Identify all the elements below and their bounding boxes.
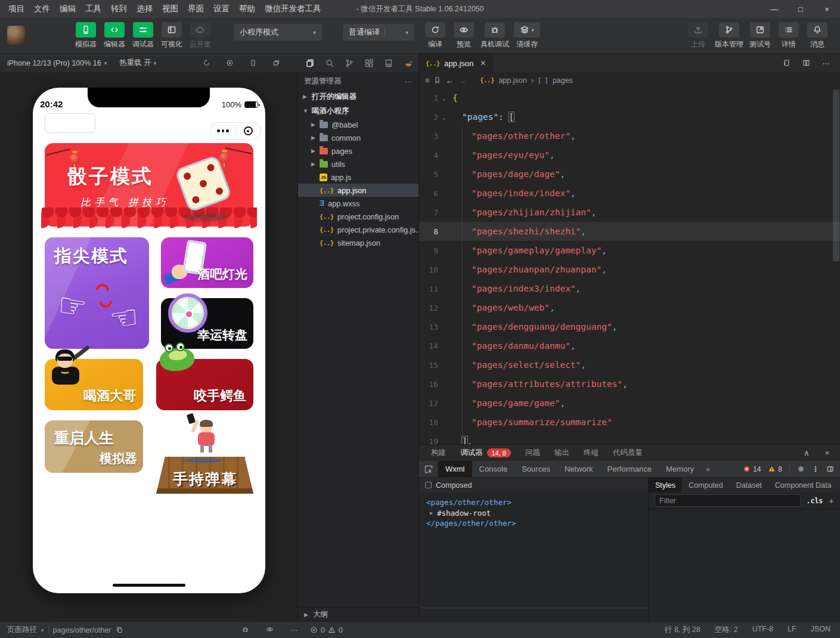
menu-icon[interactable]: ≡ bbox=[425, 76, 429, 85]
code-line[interactable]: 3"pages/other/other", bbox=[419, 126, 840, 145]
toolbar-button-详情[interactable]: 详情 bbox=[774, 22, 803, 49]
npm-icon[interactable] bbox=[404, 58, 413, 68]
menu-item-设置[interactable]: 设置 bbox=[209, 0, 234, 18]
banner-dice-mode[interactable]: 骰子模式 比手气 拼技巧 bbox=[45, 143, 253, 227]
run-file-icon[interactable] bbox=[783, 59, 791, 68]
toolbar-button-版本管理[interactable]: 版本管理 bbox=[712, 22, 746, 49]
record-icon[interactable] bbox=[226, 59, 234, 67]
wxml-open-tag[interactable]: <pages/other/other> bbox=[426, 497, 648, 508]
file-row-app.js[interactable]: JSapp.js bbox=[298, 171, 419, 184]
debugger-tab-构建[interactable]: 构建 bbox=[431, 448, 446, 458]
toolbar-button-可视化[interactable]: 可视化 bbox=[157, 22, 186, 49]
preview-toggle-icon[interactable] bbox=[266, 625, 274, 634]
code-line[interactable]: 8"pages/shezhi/shezhi", bbox=[419, 222, 840, 241]
devtools-tab-Memory[interactable]: Memory bbox=[659, 461, 701, 477]
collapse-panel-icon[interactable]: ∧ bbox=[804, 448, 810, 457]
styles-tab-Component Data[interactable]: Component Data bbox=[768, 478, 838, 493]
device-select[interactable]: iPhone 12/13 (Pro) 100% 16▾ bbox=[0, 59, 107, 67]
back-icon[interactable]: ← bbox=[445, 76, 454, 85]
debugger-tab-调试器[interactable]: 调试器14, 8 bbox=[460, 448, 511, 458]
code-line[interactable]: 9"pages/gameplay/gameplay", bbox=[419, 241, 840, 260]
breadcrumb-file[interactable]: app.json bbox=[498, 76, 526, 85]
editor-file-icon[interactable] bbox=[384, 58, 393, 68]
code-line[interactable]: 4"pages/eyu/eyu", bbox=[419, 145, 840, 165]
problems-indicator[interactable]: 0 0 bbox=[310, 626, 343, 634]
fold-icon[interactable]: ⌄ bbox=[438, 95, 450, 101]
menu-item-界面[interactable]: 界面 bbox=[183, 0, 209, 18]
file-row-sitemap.json[interactable]: {..}sitemap.json bbox=[298, 236, 419, 249]
maximize-button[interactable]: □ bbox=[788, 0, 814, 18]
add-style-icon[interactable]: + bbox=[829, 495, 834, 506]
file-row-utils[interactable]: ▶utils bbox=[298, 157, 419, 171]
devtools-tab-Wxml[interactable]: Wxml bbox=[438, 461, 472, 477]
menu-item-文件[interactable]: 文件 bbox=[29, 0, 55, 18]
code-line[interactable]: 19], bbox=[419, 432, 840, 444]
code-line[interactable]: 15"pages/select/select", bbox=[419, 355, 840, 374]
toolbar-button-模拟器[interactable]: 模拟器 bbox=[72, 22, 100, 49]
more-tabs-icon[interactable]: » bbox=[701, 464, 715, 473]
page-path-value[interactable]: pages/other/other bbox=[53, 626, 111, 634]
encoding-setting[interactable]: UTF-8 bbox=[752, 625, 773, 635]
gear-icon[interactable] bbox=[797, 465, 805, 473]
code-line[interactable]: 6"pages/index/index", bbox=[419, 184, 840, 203]
indentation-setting[interactable]: 空格: 2 bbox=[715, 625, 738, 635]
eol-setting[interactable]: LF bbox=[788, 625, 796, 635]
tile-biting-crocodile[interactable]: 咬手鳄鱼 bbox=[156, 359, 253, 410]
menu-item-帮助[interactable]: 帮助 bbox=[234, 0, 260, 18]
wxml-close-tag[interactable]: </pages/other/other> bbox=[426, 518, 648, 529]
tile-restart-life[interactable]: 重启人生 模拟器 bbox=[45, 420, 143, 473]
cursor-position[interactable]: 行 8, 列 28 bbox=[665, 625, 700, 635]
code-line[interactable]: 10"pages/zhuanpan/zhuanpan", bbox=[419, 260, 840, 279]
toolbar-button-上传[interactable]: 上传 bbox=[684, 22, 712, 49]
more-actions-icon[interactable]: ⋯ bbox=[822, 59, 830, 68]
files-icon[interactable] bbox=[305, 58, 315, 68]
file-row-project.config.json[interactable]: {..}project.config.json bbox=[298, 210, 419, 223]
fold-icon[interactable]: ⌄ bbox=[438, 114, 450, 120]
style-filter-input[interactable] bbox=[655, 494, 801, 507]
more-actions-icon[interactable]: ⋯ bbox=[290, 625, 299, 634]
code-line[interactable]: 12"pages/web/web", bbox=[419, 298, 840, 317]
mode-select[interactable]: 小程序模式▾ bbox=[234, 24, 322, 41]
nav-placeholder[interactable] bbox=[45, 113, 95, 133]
menu-item-编辑[interactable]: 编辑 bbox=[55, 0, 80, 18]
file-row-project.private.config.js...[interactable]: {..}project.private.config.js... bbox=[298, 223, 419, 236]
code-line[interactable]: 2⌄"pages": [ bbox=[419, 107, 840, 126]
page-path-label[interactable]: 页面路径 bbox=[7, 625, 37, 635]
debugger-tab-终端[interactable]: 终端 bbox=[584, 448, 599, 458]
debugger-tab-问题[interactable]: 问题 bbox=[525, 448, 540, 458]
composed-checkbox[interactable] bbox=[425, 482, 432, 488]
close-button[interactable]: × bbox=[814, 0, 840, 18]
section-open-editors[interactable]: ▶ 打开的编辑器 bbox=[298, 89, 419, 104]
tile-lucky-wheel[interactable]: 幸运转盘 bbox=[161, 298, 253, 349]
code-line[interactable]: 7"pages/zhijian/zhijian", bbox=[419, 203, 840, 222]
devtools-tab-Sources[interactable]: Sources bbox=[514, 461, 557, 477]
hot-reload-toggle[interactable]: 热重载 开▾ bbox=[119, 58, 156, 68]
forward-icon[interactable]: → bbox=[458, 76, 466, 85]
file-row-common[interactable]: ▶common bbox=[298, 131, 419, 144]
float-window-icon[interactable] bbox=[272, 59, 280, 67]
close-panel-icon[interactable]: × bbox=[824, 448, 829, 457]
portrait-icon[interactable] bbox=[249, 59, 257, 67]
extensions-icon[interactable] bbox=[364, 58, 374, 68]
devtools-tab-Network[interactable]: Network bbox=[557, 461, 600, 477]
error-count[interactable]: 14 bbox=[743, 465, 761, 473]
tile-handheld-danmaku[interactable]: 手持弹幕 bbox=[156, 417, 253, 494]
copy-icon[interactable] bbox=[116, 626, 123, 634]
toolbar-button-编辑器[interactable]: 编辑器 bbox=[100, 22, 129, 49]
warning-count[interactable]: 8 bbox=[768, 465, 782, 473]
language-mode[interactable]: JSON bbox=[811, 625, 830, 635]
styles-tab-Computed[interactable]: Computed bbox=[682, 478, 730, 493]
code-line[interactable]: 11"pages/index3/index", bbox=[419, 279, 840, 298]
wxml-shadow-root[interactable]: ▶ #shadow-root bbox=[426, 508, 648, 519]
menu-item-工具[interactable]: 工具 bbox=[80, 0, 106, 18]
toolbar-button-清缓存[interactable]: ▾清缓存 bbox=[512, 22, 543, 49]
wxml-tree[interactable]: <pages/other/other> ▶ #shadow-root </pag… bbox=[419, 493, 649, 621]
inspect-element-icon[interactable] bbox=[419, 461, 438, 477]
file-row-pages[interactable]: ▶pages bbox=[298, 144, 419, 157]
devtools-tab-Performance[interactable]: Performance bbox=[600, 461, 659, 477]
source-control-icon[interactable] bbox=[345, 58, 354, 68]
styles-tab-Dataset[interactable]: Dataset bbox=[730, 478, 768, 493]
vconsole-icon[interactable] bbox=[241, 625, 249, 634]
file-row-@babel[interactable]: ▶@babel bbox=[298, 118, 419, 131]
search-icon[interactable] bbox=[325, 58, 334, 68]
